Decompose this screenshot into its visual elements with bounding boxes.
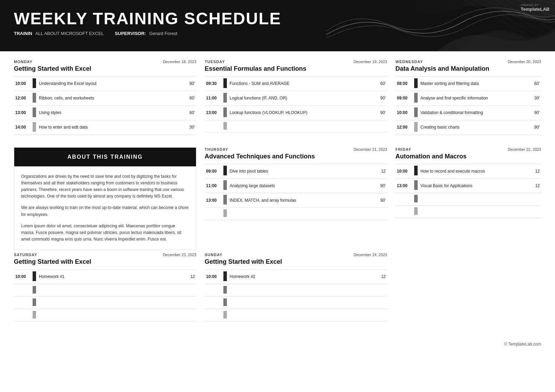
- footer-link[interactable]: © TemplateLab.com: [504, 342, 541, 347]
- session-time: 13:00: [14, 105, 31, 120]
- schedule-table-friday: 10:00 How to record and execute macros 1…: [395, 164, 541, 218]
- session-task: Ribbon, cells, and worksheets: [37, 91, 186, 105]
- session-time: 11:00: [205, 178, 222, 193]
- day-name-saturday: SATURDAY: [14, 253, 37, 257]
- table-row: 13:00 Visual Basic for Applications 12: [395, 178, 541, 193]
- table-row: 10:00 Homework #2 12: [205, 269, 387, 284]
- session-bar: [413, 120, 419, 134]
- session-duration: 90': [531, 105, 541, 120]
- about-body: Organizations are driven by the need to …: [14, 166, 196, 250]
- session-task: Visual Basic for Applications: [419, 178, 531, 193]
- table-row: 09:30 Functions - SUM and AVERAGE 60': [205, 76, 387, 91]
- session-task: Master sorting and filtering data: [419, 76, 531, 91]
- about-block: ABOUT THIS TRAINING Organizations are dr…: [14, 147, 196, 250]
- session-time: 10:00: [205, 269, 222, 284]
- day-name-monday: MONDAY: [14, 60, 33, 64]
- table-row: [205, 208, 387, 220]
- session-bar: [222, 269, 228, 284]
- table-row: 10:00 Understanding the Excel layout 90': [14, 76, 196, 91]
- schedule-table-thursday: 09:00 Dive into pivot tables 12 11:00 An…: [205, 164, 387, 220]
- table-row: [14, 309, 196, 321]
- main-content: MONDAY December 18, 2023 Getting Started…: [0, 51, 555, 338]
- session-duration: 90': [377, 193, 387, 208]
- session-time: 08:00: [395, 76, 413, 91]
- day-date-saturday: December 23, 2023: [163, 253, 196, 257]
- table-row: 13:00 INDEX, MATCH, and array formulas 9…: [205, 193, 387, 208]
- session-time: 10:00: [14, 76, 31, 91]
- session-bar: [413, 91, 419, 105]
- session-time: 09:00: [395, 91, 413, 105]
- table-row: 12:00 Ribbon, cells, and worksheets 60': [14, 91, 196, 105]
- session-duration: 30': [531, 91, 541, 105]
- session-task: How to enter and edit data: [37, 120, 186, 134]
- session-bar: [31, 91, 37, 105]
- day-block-thursday: THURSDAY December 21, 2023 Advanced Tech…: [205, 147, 387, 220]
- day-block-friday: FRIDAY December 22, 2023 Automation and …: [395, 147, 541, 220]
- about-header: ABOUT THIS TRAINING: [14, 148, 196, 166]
- session-bar: [31, 120, 37, 134]
- table-row: 14:00 How to enter and edit data 30': [14, 120, 196, 134]
- day-name-sunday: SUNDAY: [205, 253, 222, 257]
- session-bar: [222, 178, 228, 193]
- day-date-thursday: December 21, 2023: [353, 147, 387, 151]
- table-row: 09:00 Analyse and find specific informat…: [395, 91, 541, 105]
- schedule-table-saturday: 10:00 Homework #1 12: [14, 269, 196, 322]
- session-duration: 90': [377, 91, 387, 105]
- session-bar: [222, 193, 228, 208]
- about-paragraph-2: We are always working to train on the mo…: [21, 204, 189, 218]
- session-time: 12:00: [395, 120, 413, 134]
- session-duration: 60': [186, 91, 196, 105]
- session-time: 13:00: [205, 193, 222, 208]
- session-time: 14:00: [14, 120, 31, 134]
- session-time: 10:00: [395, 164, 413, 178]
- footer: © TemplateLab.com: [0, 338, 555, 350]
- session-duration: 12: [531, 164, 541, 178]
- day-title-friday: Automation and Macros: [395, 153, 541, 160]
- day-name-tuesday: TUESDAY: [205, 60, 225, 64]
- schedule-table-wednesday: 08:00 Master sorting and filtering data …: [395, 76, 541, 135]
- session-task: Homework #1: [37, 269, 186, 284]
- day-title-monday: Getting Started with Excel: [14, 65, 196, 73]
- session-task: Dive into pivot tables: [228, 164, 377, 178]
- session-duration: 12: [531, 178, 541, 193]
- session-bar: [222, 105, 228, 120]
- table-row: [205, 296, 387, 309]
- table-row: 08:00 Master sorting and filtering data …: [395, 76, 541, 91]
- table-row: [395, 206, 541, 218]
- table-row: [205, 309, 387, 321]
- day-title-thursday: Advanced Techniques and Functions: [205, 153, 387, 160]
- day-name-wednesday: WEDNESDAY: [395, 60, 423, 64]
- session-task: Lookup functions (VLOOKUP, HLOOKUP): [228, 105, 377, 120]
- table-row: 10:00 Validation & conditional formattin…: [395, 105, 541, 120]
- table-row: 09:00 Dive into pivot tables 12: [205, 164, 387, 178]
- session-task: How to record and execute macros: [419, 164, 531, 178]
- table-row: 12:00 Creating basic charts 90': [395, 120, 541, 134]
- day-title-sunday: Getting Started with Excel: [205, 258, 387, 266]
- session-duration: 12: [186, 269, 196, 284]
- table-row: [395, 193, 541, 206]
- session-duration: 90': [377, 178, 387, 193]
- session-duration: 30': [186, 120, 196, 134]
- day-title-saturday: Getting Started with Excel: [14, 258, 196, 266]
- session-task: Creating basic charts: [419, 120, 531, 134]
- table-row: [14, 296, 196, 309]
- session-task: Analyse and find specific information: [419, 91, 531, 105]
- session-task: Validation & conditional formatting: [419, 105, 531, 120]
- schedule-table-sunday: 10:00 Homework #2 12: [205, 269, 387, 322]
- session-duration: 60': [377, 76, 387, 91]
- table-row: [14, 284, 196, 296]
- session-time: 09:00: [205, 164, 222, 178]
- session-task: Functions - SUM and AVERAGE: [228, 76, 377, 91]
- day-name-thursday: THURSDAY: [205, 147, 228, 151]
- day-name-friday: FRIDAY: [395, 147, 411, 151]
- day-block-wednesday: WEDNESDAY December 20, 2023 Data Analysi…: [395, 60, 541, 135]
- training-meta: Trainin ALL ABOUT MICROSOFT EXCEL: [14, 31, 104, 36]
- session-time: 11:00: [205, 91, 222, 105]
- about-paragraph-1: Organizations are driven by the need to …: [21, 173, 189, 200]
- table-row: 13:00 Lookup functions (VLOOKUP, HLOOKUP…: [205, 105, 387, 120]
- session-bar: [222, 91, 228, 105]
- session-bar: [31, 76, 37, 91]
- day-block-monday: MONDAY December 18, 2023 Getting Started…: [14, 60, 196, 135]
- session-task: Homework #2: [228, 269, 377, 284]
- about-paragraph-3: Lorem ipsum dolor sit amet, consectetuer…: [21, 223, 189, 243]
